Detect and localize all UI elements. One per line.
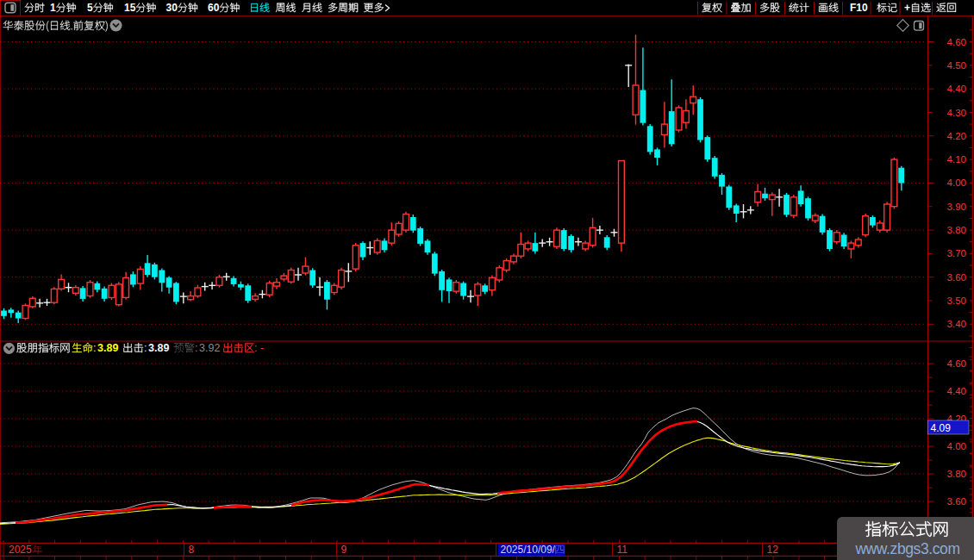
svg-text:F10: F10 — [850, 2, 868, 14]
svg-text:3.50: 3.50 — [947, 296, 966, 306]
svg-text:4.00: 4.00 — [947, 441, 966, 451]
svg-text:12: 12 — [767, 544, 779, 556]
svg-text:4.20: 4.20 — [947, 131, 966, 141]
svg-text::: : — [195, 342, 197, 354]
svg-text:9: 9 — [341, 544, 347, 556]
svg-text:4.40: 4.40 — [947, 386, 966, 396]
svg-text:+: + — [904, 2, 910, 14]
svg-text:4.40: 4.40 — [947, 84, 966, 94]
svg-text:1: 1 — [50, 2, 56, 14]
svg-text:3.92: 3.92 — [199, 342, 220, 354]
svg-text:8: 8 — [189, 544, 195, 556]
svg-text:3.80: 3.80 — [947, 225, 966, 235]
svg-text::: : — [93, 342, 96, 354]
svg-text:3.40: 3.40 — [947, 319, 966, 329]
svg-text::: : — [144, 342, 147, 354]
svg-text:15: 15 — [124, 2, 136, 14]
svg-text:3.80: 3.80 — [947, 469, 966, 479]
svg-text:4.10: 4.10 — [947, 154, 966, 165]
svg-text:11: 11 — [617, 544, 628, 556]
svg-text:30: 30 — [166, 2, 178, 14]
svg-text:2025/10/09/: 2025/10/09/ — [501, 544, 556, 556]
svg-text:4.50: 4.50 — [947, 60, 966, 71]
svg-text:3.90: 3.90 — [947, 202, 966, 212]
svg-text:: -: : - — [254, 342, 264, 354]
svg-text:4.09: 4.09 — [931, 422, 952, 434]
svg-text:3.70: 3.70 — [947, 248, 966, 258]
svg-text:4.30: 4.30 — [947, 108, 966, 118]
svg-text:60: 60 — [208, 2, 220, 14]
svg-text:4.60: 4.60 — [947, 37, 966, 47]
svg-text:3.60: 3.60 — [947, 272, 966, 283]
svg-text:5: 5 — [87, 2, 93, 14]
svg-text:3.60: 3.60 — [947, 496, 966, 507]
svg-text:3.89: 3.89 — [97, 342, 118, 354]
svg-text:2025: 2025 — [9, 544, 32, 556]
svg-text:www.zbgs3.com: www.zbgs3.com — [854, 540, 959, 557]
svg-text:4.00: 4.00 — [947, 177, 966, 188]
svg-text:3.89: 3.89 — [148, 342, 169, 354]
svg-text:4.60: 4.60 — [947, 358, 966, 369]
